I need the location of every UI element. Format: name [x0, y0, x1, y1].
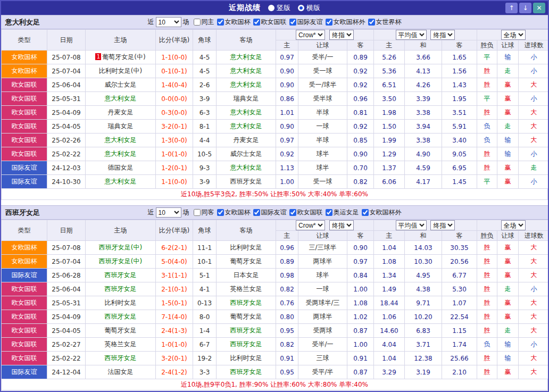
- filter-option[interactable]: 女欧国杯外: [323, 18, 365, 27]
- handicap-odds-home: 1.01: [276, 106, 298, 120]
- odds-source-select[interactable]: Crow*: [296, 30, 325, 40]
- recent-count-select[interactable]: 10: [156, 207, 181, 218]
- recent-count-select[interactable]: 10: [156, 17, 181, 27]
- home-team-name: 比利时女足: [105, 299, 137, 306]
- close-button[interactable]: ✕: [533, 3, 545, 13]
- filter-checkbox[interactable]: [253, 209, 260, 216]
- results-table: 类型 日期 主场 比分(半场) 角球 客场 Crow* 终指 平均值 终指: [1, 220, 549, 379]
- odds-time-select[interactable]: 终指: [329, 30, 354, 40]
- result-goals: 小: [519, 64, 549, 78]
- result-wdl: 负: [477, 338, 497, 352]
- home-team: 西班牙女足(中): [86, 255, 156, 269]
- filter-option[interactable]: 国际友谊: [287, 18, 323, 27]
- avg-odds-away: 22.54: [442, 310, 477, 324]
- filter-option[interactable]: 女欧国杯: [214, 18, 251, 27]
- match-date: 25-04-05: [47, 120, 86, 134]
- filter-checkbox[interactable]: [362, 209, 369, 216]
- result-group: 全场: [477, 30, 549, 40]
- corners: 10-1: [193, 255, 217, 269]
- filter-checkbox[interactable]: [194, 209, 201, 216]
- handicap-line: 球半: [298, 269, 347, 282]
- team-title: 意大利女足: [1, 18, 40, 27]
- filter-option[interactable]: 同主: [191, 18, 214, 27]
- match-row: 欧女国联25-06-04西班牙女足2-1(0-1)4-1英格兰女足0.82一球1…: [2, 282, 549, 296]
- away-team: 葡萄牙女足: [217, 310, 276, 324]
- avg-odds-home: 6.51: [374, 78, 405, 92]
- corners: 1-4: [193, 324, 217, 338]
- home-team: 威尔士女足: [86, 78, 156, 92]
- odds-time-select[interactable]: 终指: [329, 220, 354, 230]
- filter-checkbox[interactable]: [289, 209, 296, 216]
- away-team: 西班牙女足: [217, 365, 276, 379]
- handicap-line: 球半: [298, 161, 347, 175]
- result-handicap: 走: [497, 324, 519, 338]
- handicap-odds-away: 0.96: [347, 92, 374, 106]
- score: 3-2(0-1): [156, 352, 193, 365]
- away-team: 意大利女足: [217, 106, 276, 120]
- match-row: 欧女国联25-05-31比利时女足1-5(0-1)0-13西班牙女足0.76受两…: [2, 296, 549, 310]
- filter-checkbox[interactable]: [194, 19, 201, 26]
- period-select[interactable]: 全场: [501, 30, 526, 40]
- match-type-badge: 国际友谊: [2, 365, 47, 379]
- result-wdl: 胜: [477, 161, 497, 175]
- layout-vertical-radio[interactable]: 竖版: [268, 3, 290, 13]
- score: 1-0(1-0): [156, 147, 193, 161]
- match-row: 欧女国联25-05-31意大利女足0-0(0-0)3-9瑞典女足0.86受半球0…: [2, 92, 549, 106]
- subcol-goals-result: 进球数: [519, 40, 549, 51]
- filter-checkbox[interactable]: [368, 19, 375, 26]
- home-team-name: 意大利女足: [105, 150, 137, 157]
- layout-horizontal-radio[interactable]: 横版: [298, 3, 320, 13]
- handicap-odds-away: 0.90: [347, 147, 374, 161]
- move-up-button[interactable]: ↑: [505, 3, 518, 13]
- filter-option[interactable]: 国际友谊: [251, 208, 287, 217]
- filter-checkbox[interactable]: [217, 19, 224, 26]
- col-header-score: 比分(半场): [156, 30, 193, 51]
- filter-checkbox[interactable]: [253, 19, 260, 26]
- subcol-wdl: 胜负: [477, 231, 497, 241]
- avg-odds-draw: 3.71: [405, 338, 442, 352]
- period-select[interactable]: 全场: [501, 220, 526, 230]
- avg-odds-select[interactable]: 平均值: [396, 30, 427, 40]
- home-team: 西班牙女足: [86, 310, 156, 324]
- avg-odds-away: 2.10: [442, 365, 477, 379]
- away-team-name: 意大利女足: [230, 122, 262, 130]
- result-goals: 小: [519, 282, 549, 296]
- handicap-odds-home: 0.91: [276, 352, 298, 365]
- score: 1-1(0-0): [156, 175, 193, 189]
- match-date: 25-04-09: [47, 106, 86, 120]
- filter-option[interactable]: 欧女国联: [287, 208, 323, 217]
- avg-odds-select[interactable]: 平均值: [396, 220, 427, 230]
- filter-option[interactable]: 女世界杯: [365, 18, 402, 27]
- avg-time-select[interactable]: 终指: [430, 30, 455, 40]
- handicap-odds-home: 0.89: [276, 255, 298, 269]
- avg-odds-home: 4.04: [374, 338, 405, 352]
- score: 2-1(0-1): [156, 282, 193, 296]
- corners: 3-9: [193, 175, 217, 189]
- handicap-odds-away: 0.84: [347, 269, 374, 282]
- avg-time-select[interactable]: 终指: [430, 220, 455, 230]
- odds-source-select[interactable]: Crow*: [296, 220, 325, 230]
- corners: 2-6: [193, 78, 217, 92]
- avg-odds-draw: 3.94: [405, 120, 442, 134]
- result-wdl: 胜: [477, 64, 497, 78]
- recent-suffix-label: 场: [183, 208, 189, 217]
- filter-checkbox[interactable]: [326, 19, 332, 26]
- filter-option[interactable]: 奥运女足: [323, 208, 359, 217]
- filter-checkbox[interactable]: [289, 19, 296, 26]
- subcol-odds-away: 客: [347, 231, 374, 241]
- move-down-button[interactable]: ↓: [519, 3, 531, 13]
- panel-title: 近期战绩: [229, 3, 261, 13]
- section-divider: [1, 200, 548, 205]
- match-type-badge: 欧女国联: [2, 310, 47, 324]
- match-row: 欧女国联25-04-09西班牙女足7-1(4-0)8-0葡萄牙女足0.80两球半…: [2, 310, 549, 324]
- filter-checkbox[interactable]: [217, 209, 224, 216]
- filter-option[interactable]: 欧女国联: [251, 18, 287, 27]
- filter-option[interactable]: 女欧国杯: [214, 208, 251, 217]
- filter-option[interactable]: 同客: [191, 208, 214, 217]
- results-table: 类型 日期 主场 比分(半场) 角球 客场 Crow* 终指 平均值 终指: [1, 29, 549, 189]
- score: 1-2(0-1): [156, 161, 193, 175]
- handicap-line: 受半/一: [298, 51, 347, 64]
- filter-option[interactable]: 女欧国杯外: [359, 208, 402, 217]
- filter-checkbox[interactable]: [326, 209, 332, 216]
- handicap-line: 一球: [298, 282, 347, 296]
